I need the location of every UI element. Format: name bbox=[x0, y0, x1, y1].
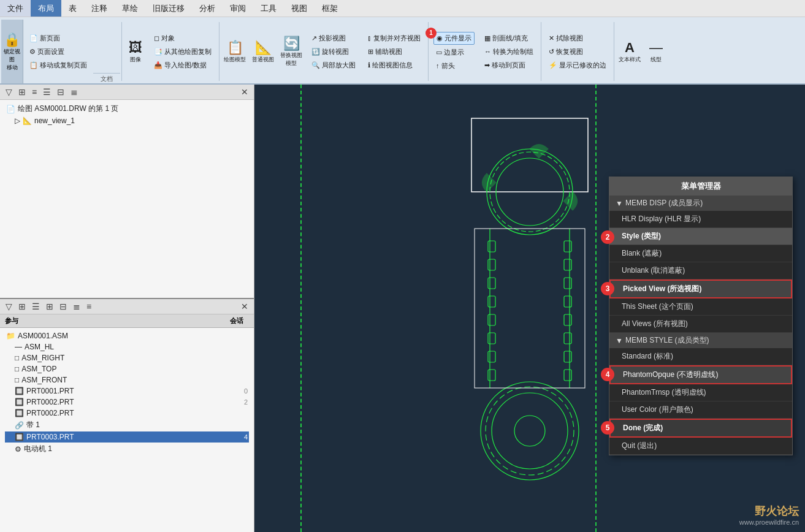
tree-settings-icon[interactable]: ≡ bbox=[30, 86, 39, 97]
menu-tools[interactable]: 工具 bbox=[253, 0, 284, 17]
view-item[interactable]: ▷ 📐 new_view_1 bbox=[5, 115, 249, 126]
move-to-page-btn[interactable]: ➡ 移动到页面 bbox=[482, 59, 536, 71]
prt0002b-icon: 🔲 bbox=[15, 409, 24, 417]
tree-sort-icon[interactable]: ⊟ bbox=[55, 86, 66, 97]
menu-migration[interactable]: 旧版迁移 bbox=[145, 0, 192, 17]
svg-rect-21 bbox=[564, 370, 571, 381]
tree-filter-icon[interactable]: ≣ bbox=[69, 86, 80, 97]
prt0002a[interactable]: 🔲 PRT0002.PRT 2 bbox=[5, 397, 249, 408]
asm-top[interactable]: □ ASM_TOP bbox=[5, 363, 249, 374]
menu-layout[interactable]: 布局 bbox=[31, 0, 61, 17]
svg-rect-17 bbox=[564, 333, 571, 344]
image-btn[interactable]: 🖼 图像 bbox=[123, 20, 148, 83]
projection-view-btn[interactable]: ↗ 投影视图 bbox=[309, 32, 358, 44]
replace-view-label: 替换视图模型 bbox=[280, 51, 302, 67]
view-info-btn[interactable]: ℹ 绘图视图信息 bbox=[365, 59, 423, 71]
model-tree-header: 参与 会话 bbox=[0, 314, 254, 328]
info-icon: ℹ bbox=[368, 61, 370, 69]
page-setup-btn[interactable]: ⚙ 页面设置 bbox=[27, 46, 90, 58]
btree-expand-icon[interactable]: ⊞ bbox=[17, 301, 28, 312]
lock-view-btn[interactable]: 🔒 锁定视图移动 bbox=[1, 20, 23, 83]
tree-close-icon[interactable]: ✕ bbox=[239, 86, 250, 97]
menu-sketch[interactable]: 草绘 bbox=[115, 0, 145, 17]
menu-review[interactable]: 审阅 bbox=[223, 0, 253, 17]
asm-hl[interactable]: — ASM_HL bbox=[5, 341, 249, 352]
line-style-btn[interactable]: — 线型 bbox=[644, 20, 668, 83]
prt0003-icon: 🔲 bbox=[15, 433, 24, 441]
asm-right[interactable]: □ ASM_RIGHT bbox=[5, 352, 249, 363]
btree-sort-icon[interactable]: ≡ bbox=[85, 301, 93, 312]
info-label: 绘图视图信息 bbox=[372, 61, 413, 70]
copy-from-other-btn[interactable]: 📑 从其他绘图复制 bbox=[151, 46, 214, 58]
done-item[interactable]: Done (完成) bbox=[609, 419, 792, 438]
drawing-root-item[interactable]: 📄 绘图 ASM0001.DRW 的第 1 页 bbox=[5, 102, 249, 115]
menu-table[interactable]: 表 bbox=[61, 0, 84, 17]
arrow-btn[interactable]: ↑ 箭头 bbox=[433, 60, 475, 72]
asm-front[interactable]: □ ASM_FRONT bbox=[5, 374, 249, 386]
rotate-view-btn[interactable]: 🔃 旋转视图 bbox=[309, 46, 358, 58]
menu-view[interactable]: 视图 bbox=[284, 0, 315, 17]
erase-view-btn[interactable]: ✕ 拭除视图 bbox=[546, 32, 609, 44]
move-copy-page-btn[interactable]: 📋 移动或复制页面 bbox=[27, 59, 90, 71]
replace-view-btn[interactable]: 🔄 替换视图模型 bbox=[277, 20, 305, 83]
phantom-trnsp-label: PhantomTrnsp (透明虚线) bbox=[622, 388, 706, 397]
btree-menu-icon[interactable]: ▽ bbox=[4, 301, 14, 312]
drawing-model-btn[interactable]: 📋 绘图模型 bbox=[221, 20, 249, 83]
menu-file[interactable]: 文件 bbox=[0, 0, 31, 17]
rotate-icon: 🔃 bbox=[311, 48, 320, 56]
blank-item[interactable]: Blank (遮蔽) bbox=[609, 245, 792, 262]
component-display-btn[interactable]: ◉ 元件显示 1 bbox=[433, 32, 475, 45]
restore-view-btn[interactable]: ↺ 恢复视图 bbox=[546, 46, 609, 58]
unblank-item[interactable]: Unblank (取消遮蔽) bbox=[609, 262, 792, 279]
hatch-fill-btn[interactable]: ▦ 剖面线/填充 bbox=[482, 32, 536, 44]
import-data-btn[interactable]: 📥 导入绘图/数据 bbox=[151, 59, 214, 71]
user-color-item[interactable]: User Color (用户颜色) bbox=[609, 401, 792, 419]
asm-root[interactable]: 📁 ASM0001.ASM bbox=[5, 330, 249, 341]
ribbon: 🔒 锁定视图移动 📄 新页面 ⚙ 页面设置 📋 移动或复制页面 文档 bbox=[0, 17, 805, 85]
tree-list-icon[interactable]: ☰ bbox=[41, 86, 53, 97]
prt0001[interactable]: 🔲 PRT0001.PRT 0 bbox=[5, 386, 249, 397]
normal-view-btn[interactable]: 📐 普通视图 bbox=[249, 20, 277, 83]
svg-rect-9 bbox=[564, 259, 571, 270]
belt-icon: 🔗 bbox=[15, 421, 24, 430]
phantom-trnsp-item[interactable]: PhantomTrnsp (透明虚线) bbox=[609, 384, 792, 401]
motor1[interactable]: ⚙ 电动机 1 bbox=[5, 443, 249, 455]
new-page-btn[interactable]: 📄 新页面 bbox=[27, 32, 90, 44]
style-item[interactable]: Style (类型) bbox=[609, 228, 792, 245]
prt0002b[interactable]: 🔲 PRT0002.PRT bbox=[5, 408, 249, 419]
show-modified-edge-btn[interactable]: ⚡ 显示已修改的边 bbox=[546, 59, 609, 71]
quit-item[interactable]: Quit (退出) bbox=[609, 438, 792, 455]
belt1[interactable]: 🔗 带 1 bbox=[5, 419, 249, 431]
this-sheet-item[interactable]: This Sheet (这个页面) bbox=[609, 298, 792, 316]
erase-icon: ✕ bbox=[549, 34, 554, 42]
hlr-display-item[interactable]: HLR Display (HLR 显示) bbox=[609, 211, 792, 228]
prt0002a-label: PRT0002.PRT bbox=[26, 398, 74, 406]
btree-settings-icon[interactable]: ⊟ bbox=[58, 301, 69, 312]
btree-filter-icon[interactable]: ≣ bbox=[71, 301, 82, 312]
page-setup-icon: ⚙ bbox=[29, 48, 36, 56]
standard-item[interactable]: Standard (标准) bbox=[609, 348, 792, 365]
phantom-opque-item[interactable]: PhantomOpque (不透明虚线) bbox=[609, 365, 792, 384]
object-btn[interactable]: ◻ 对象 bbox=[151, 32, 214, 44]
btree-close-icon[interactable]: ✕ bbox=[239, 301, 250, 312]
text-style-btn[interactable]: A 文本样式 bbox=[616, 20, 644, 83]
detail-view-btn[interactable]: 🔍 局部放大图 bbox=[309, 59, 358, 71]
convert-group-btn[interactable]: ↔ 转换为绘制组 bbox=[482, 46, 536, 58]
all-views-item[interactable]: All Views (所有视图) bbox=[609, 316, 792, 333]
drawing-area[interactable]: 菜单管理器 ▼ MEMB DISP (成员显示) HLR Display (HL… bbox=[254, 85, 805, 532]
col-session: 会话 bbox=[224, 316, 249, 325]
aux-view-btn[interactable]: ⊞ 辅助视图 bbox=[365, 46, 423, 58]
menu-annotation[interactable]: 注释 bbox=[84, 0, 115, 17]
btree-list-icon[interactable]: ☰ bbox=[30, 301, 42, 312]
edge-display-btn[interactable]: ▭ 边显示 bbox=[433, 47, 475, 58]
replace-view-icon: 🔄 bbox=[283, 36, 300, 51]
btree-grid-icon[interactable]: ⊞ bbox=[44, 301, 55, 312]
tree-expand-icon[interactable]: ⊞ bbox=[17, 86, 28, 97]
tree-menu-icon[interactable]: ▽ bbox=[4, 86, 14, 97]
menu-analysis[interactable]: 分析 bbox=[192, 0, 223, 17]
picked-view-item[interactable]: Picked View (所选视图) bbox=[609, 279, 792, 298]
prt0003[interactable]: 🔲 PRT0003.PRT 4 bbox=[5, 431, 249, 443]
motor-label: 电动机 1 bbox=[24, 444, 52, 454]
menu-framework[interactable]: 框架 bbox=[315, 0, 345, 17]
copy-align-view-btn[interactable]: ⫿ 复制并对齐视图 bbox=[365, 32, 423, 44]
